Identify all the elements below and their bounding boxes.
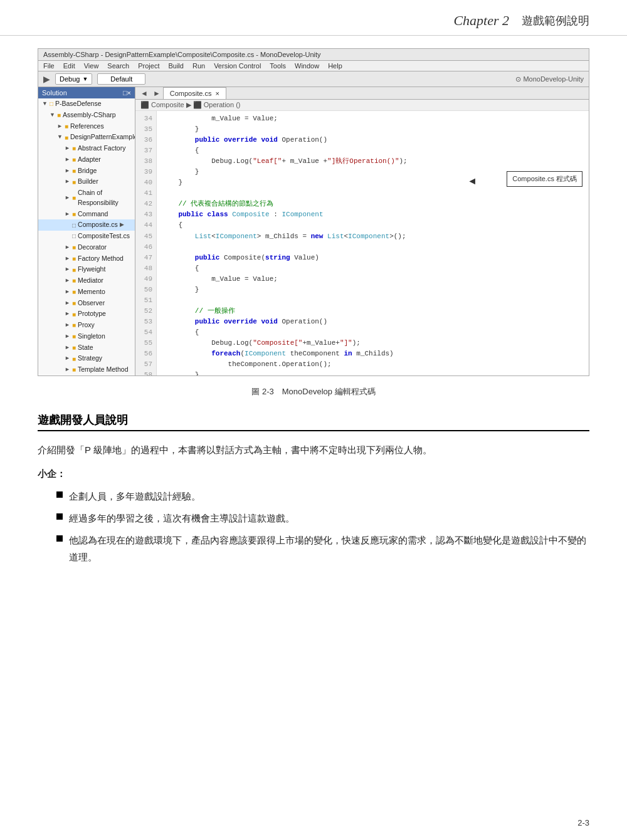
- bullet-icon: [56, 491, 63, 498]
- menu-help[interactable]: Help: [328, 62, 342, 70]
- list-item: 他認為在現在的遊戲環境下，產品內容應該要跟得上市場的變化，快速反應玩家的需求，認…: [56, 532, 589, 565]
- arrow-icon: ▼: [57, 133, 63, 142]
- tree-item-strategy[interactable]: ► ■ Strategy: [38, 353, 135, 364]
- bullet-list: 企劃人員，多年遊戲設計經驗。 經過多年的學習之後，這次有機會主導設計這款遊戲。 …: [56, 488, 589, 565]
- tree-item-references[interactable]: ► ■ References: [38, 121, 135, 132]
- bullet-text: 經過多年的學習之後，這次有機會主導設計這款遊戲。: [69, 510, 295, 527]
- arrow-icon: ►: [65, 276, 70, 285]
- tree-item-flyweight[interactable]: ► ■ Flyweight: [38, 264, 135, 275]
- menu-run[interactable]: Run: [192, 62, 205, 70]
- tree-item-decorator[interactable]: ► ■ Decorator: [38, 242, 135, 253]
- folder-icon: ■: [72, 243, 76, 252]
- arrow-icon: ►: [65, 194, 70, 202]
- tree-item-composite-cs[interactable]: □ Composite.cs ▶: [38, 219, 135, 231]
- arrow-icon: ►: [65, 210, 70, 219]
- menu-version-control[interactable]: Version Control: [214, 62, 261, 70]
- cs-file-icon: □: [72, 221, 76, 230]
- debug-dropdown[interactable]: Debug ▼: [55, 73, 92, 85]
- menu-file[interactable]: File: [43, 62, 55, 70]
- arrow-icon: ►: [65, 155, 70, 164]
- tree-item-template-method[interactable]: ► ■ Template Method: [38, 364, 135, 375]
- menu-build[interactable]: Build: [168, 62, 183, 70]
- section-title: 遊戲開發人員說明: [38, 412, 589, 431]
- folder-icon: ■: [72, 298, 76, 308]
- arrow-icon: ►: [65, 167, 70, 176]
- folder-icon: ■: [72, 332, 76, 341]
- menu-edit[interactable]: Edit: [63, 62, 75, 70]
- ide-body: Solution □× ▼ □ P-BaseDefense ▼ ■ Assemb…: [38, 87, 589, 375]
- character-name: 小企：: [38, 468, 589, 480]
- solution-panel: Solution □× ▼ □ P-BaseDefense ▼ ■ Assemb…: [38, 87, 135, 375]
- tree-item-singleton[interactable]: ► ■ Singleton: [38, 331, 135, 342]
- menu-view[interactable]: View: [84, 62, 99, 70]
- tree-item-builder[interactable]: ► ■ Builder: [38, 176, 135, 187]
- tree-item-adapter[interactable]: ► ■ Adapter: [38, 154, 135, 165]
- arrow-icon: ►: [65, 288, 70, 297]
- folder-icon: ■: [72, 155, 76, 164]
- arrow-icon: ►: [65, 310, 70, 318]
- menu-project[interactable]: Project: [138, 62, 159, 70]
- menu-tools[interactable]: Tools: [270, 62, 286, 70]
- bullet-icon: [56, 535, 63, 542]
- cs-file-icon: □: [72, 231, 76, 241]
- folder-icon: ■: [57, 110, 61, 120]
- tree-item-assembly-csharp[interactable]: ▼ ■ Assembly-CSharp: [38, 110, 135, 121]
- folder-icon: ■: [72, 166, 76, 176]
- arrow-icon: ►: [65, 354, 70, 363]
- tab-close-btn[interactable]: ×: [215, 90, 219, 97]
- folder-icon: ■: [72, 254, 76, 263]
- tree-item-observer[interactable]: ► ■ Observer: [38, 298, 135, 309]
- folder-icon: □: [50, 99, 53, 108]
- tree-item-factory-method[interactable]: ► ■ Factory Method: [38, 253, 135, 265]
- folder-icon: ■: [72, 310, 76, 319]
- tree-item-memento[interactable]: ► ■ Memento: [38, 286, 135, 298]
- bullet-icon: [56, 513, 63, 520]
- folder-icon: ■: [72, 265, 76, 275]
- arrow-icon: ▼: [50, 111, 55, 120]
- tree-item-mediator[interactable]: ► ■ Mediator: [38, 275, 135, 286]
- folder-icon: ■: [72, 354, 76, 364]
- bullet-text: 企劃人員，多年遊戲設計經驗。: [69, 488, 201, 505]
- tab-prev-btn[interactable]: ◄: [138, 88, 150, 99]
- list-item: 企劃人員，多年遊戲設計經驗。: [56, 488, 589, 505]
- tree-item-compositetest-cs[interactable]: □ CompositeTest.cs: [38, 231, 135, 242]
- folder-icon: ■: [72, 193, 76, 202]
- folder-icon: ■: [72, 276, 76, 285]
- arrow-icon: ►: [65, 332, 70, 341]
- tree-item-proxy[interactable]: ► ■ Proxy: [38, 320, 135, 331]
- menu-window[interactable]: Window: [295, 62, 319, 70]
- arrow-icon: ►: [65, 255, 70, 263]
- tree-item-command[interactable]: ► ■ Command: [38, 209, 135, 220]
- tab-label: Composite.cs: [170, 90, 212, 97]
- arrow-icon: ►: [65, 321, 70, 330]
- folder-icon: ■: [72, 365, 76, 374]
- menu-search[interactable]: Search: [107, 62, 129, 70]
- default-dropdown[interactable]: Default: [97, 73, 145, 85]
- tree-item-abstract-factory[interactable]: ► ■ Abstract Factory: [38, 143, 135, 154]
- tree-item-state[interactable]: ► ■ State: [38, 342, 135, 354]
- chapter-chinese-title: 遊戲範例說明: [522, 13, 589, 28]
- code-content: m_Value = Value; } public override void …: [157, 111, 589, 375]
- arrow-icon: ►: [65, 344, 70, 352]
- arrow-icon: ►: [57, 122, 63, 131]
- code-area[interactable]: 3435363738394041424344454647484950515253…: [135, 111, 589, 375]
- intro-paragraph: 介紹開發「P 級陣地」的過程中，本書將以對話方式為主軸，書中將不定時出現下列兩位…: [38, 441, 589, 458]
- tree-item-chain-of-responsibility[interactable]: ► ■ Chain of Responsibility: [38, 187, 135, 209]
- arrow-icon: ►: [65, 177, 70, 186]
- tree-item-prototype[interactable]: ► ■ Prototype: [38, 308, 135, 320]
- folder-icon: ■: [65, 122, 68, 131]
- list-item: 經過多年的學習之後，這次有機會主導設計這款遊戲。: [56, 510, 589, 527]
- arrow-icon: ►: [65, 243, 70, 252]
- tree-item-bridge[interactable]: ► ■ Bridge: [38, 165, 135, 177]
- folder-icon: ■: [72, 177, 76, 187]
- ide-toolbar: ▶ Debug ▼ Default ⊙ MonoDevelop-Unity: [38, 71, 589, 87]
- composite-cs-tab[interactable]: Composite.cs ×: [163, 87, 226, 99]
- solution-panel-header: Solution □×: [38, 87, 135, 98]
- tab-next-btn[interactable]: ►: [150, 88, 163, 99]
- chapter-title-area: Chapter 2 遊戲範例說明: [453, 13, 589, 29]
- tree-item-designpatternexample[interactable]: ▼ ■ DesignPatternExample: [38, 132, 135, 143]
- ide-screenshot: Assembly-CSharp - DesignPatternExample\C…: [38, 48, 589, 376]
- tree-item-p-basedefense[interactable]: ▼ □ P-BaseDefense: [38, 98, 135, 110]
- page-number: 2-3: [577, 818, 589, 827]
- line-numbers: 3435363738394041424344454647484950515253…: [135, 111, 157, 375]
